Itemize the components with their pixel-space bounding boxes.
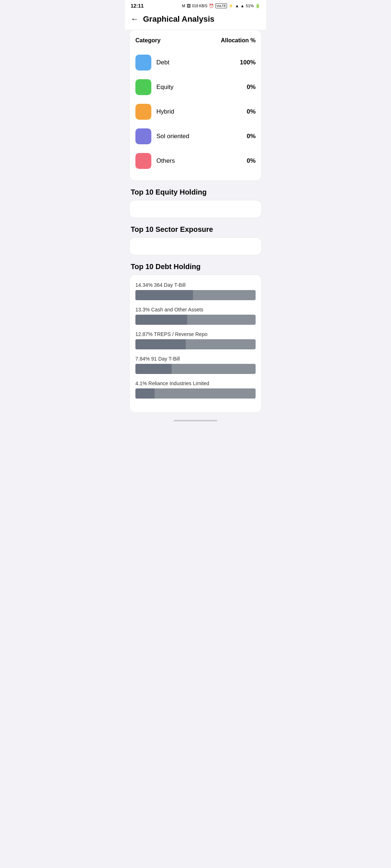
equity-section-title: Top 10 Equity Holding [129,188,262,196]
equity-allocation: 0% [247,84,256,91]
equity-label: Equity [156,84,173,91]
debt-item-5-label: 4.1% Reliance Industries Limited [135,380,256,386]
sol-label: Sol oriented [156,133,189,140]
image-icon: 🖼 [187,4,191,8]
scroll-indicator [174,420,217,421]
debt-item-4: 7.84% 91 Day T-Bill [135,356,256,374]
signal-icon: ▲ [240,4,244,8]
equity-color-swatch [135,79,151,95]
bluetooth-icon: ⚡ [228,4,234,8]
debt-item-2: 13.3% Cash and Other Assets [135,307,256,325]
category-row-others: Others 0% [135,149,256,173]
debt-item-4-bar [135,364,256,374]
others-color-swatch [135,153,151,169]
status-bar: 12:11 M 🖼 018 KB/S ⏰ VoLTE ⚡ ▲ ▲ 51% 🔋 [125,0,266,10]
debt-item-3-label: 12.87% TREPS / Reverse Repo [135,331,256,337]
others-label: Others [156,157,175,165]
sector-section-title: Top 10 Sector Exposure [129,225,262,234]
category-table-header: Category Allocation % [135,37,256,44]
allocation-column-header: Allocation % [221,37,256,44]
hybrid-label: Hybrid [156,108,174,115]
category-row-debt: Debt 100% [135,50,256,75]
page-title: Graphical Analysis [143,14,214,24]
debt-item-1-bar [135,290,256,300]
debt-item-5-fill [135,388,155,399]
debt-item-3-fill [135,339,186,349]
status-icons: M 🖼 018 KB/S ⏰ VoLTE ⚡ ▲ ▲ 51% 🔋 [182,3,260,8]
debt-item-5: 4.1% Reliance Industries Limited [135,380,256,399]
debt-item-2-label: 13.3% Cash and Other Assets [135,307,256,312]
back-button[interactable]: ← [131,14,139,24]
battery: 51% [246,4,254,8]
debt-item-1-fill [135,290,193,300]
main-content: Category Allocation % Debt 100% Equity 0… [125,30,266,421]
debt-color-swatch [135,55,151,71]
gmail-icon: M [182,4,185,8]
sol-color-swatch [135,128,151,144]
wifi-icon: ▲ [235,4,239,8]
category-card: Category Allocation % Debt 100% Equity 0… [129,30,262,181]
battery-icon: 🔋 [255,4,260,8]
debt-section-title: Top 10 Debt Holding [129,263,262,271]
status-time: 12:11 [131,3,144,9]
volte-icon: VoLTE [215,3,227,8]
sol-allocation: 0% [247,133,256,140]
debt-item-2-fill [135,315,187,325]
debt-item-1: 14.34% 364 Day T-Bill [135,282,256,300]
debt-item-4-fill [135,364,172,374]
debt-holding-card: 14.34% 364 Day T-Bill 13.3% Cash and Oth… [129,275,262,413]
debt-allocation: 100% [240,59,256,66]
debt-item-3: 12.87% TREPS / Reverse Repo [135,331,256,349]
debt-label: Debt [156,59,169,66]
app-header: ← Graphical Analysis [125,10,266,30]
sector-exposure-card [129,237,262,255]
hybrid-allocation: 0% [247,108,256,115]
network-speed: 018 KB/S [192,4,207,8]
category-row-sol: Sol oriented 0% [135,124,256,149]
debt-item-2-bar [135,315,256,325]
others-allocation: 0% [247,157,256,165]
alarm-icon: ⏰ [209,4,214,8]
debt-item-4-label: 7.84% 91 Day T-Bill [135,356,256,362]
category-row-equity: Equity 0% [135,75,256,99]
category-column-header: Category [135,37,160,44]
debt-item-3-bar [135,339,256,349]
debt-item-5-bar [135,388,256,399]
equity-holding-card [129,200,262,218]
debt-item-1-label: 14.34% 364 Day T-Bill [135,282,256,288]
category-row-hybrid: Hybrid 0% [135,99,256,124]
hybrid-color-swatch [135,104,151,120]
